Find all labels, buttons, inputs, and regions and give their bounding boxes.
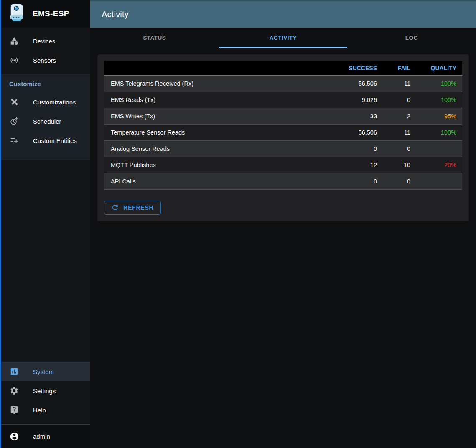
- sidebar-header: EMS-ESP: [0, 0, 90, 28]
- sidebar-item-sensors[interactable]: Sensors: [0, 51, 90, 70]
- column-header-quality: QUALITY: [416, 61, 462, 75]
- sidebar-section-bottom: Settings Help: [0, 381, 90, 424]
- row-name: EMS Telegrams Received (Rx): [104, 75, 337, 92]
- sidebar-item-label: Customizations: [33, 99, 76, 106]
- table-row: Analog Sensor Reads 0 0: [104, 140, 462, 157]
- column-header-fail: FAIL: [383, 61, 416, 75]
- row-quality: 100%: [416, 124, 462, 140]
- sidebar-section-user: admin: [0, 425, 90, 448]
- table-row: EMS Writes (Tx) 33 2 95%: [104, 108, 462, 124]
- tab-activity[interactable]: ACTIVITY: [219, 28, 348, 48]
- table-row: Temperature Sensor Reads 56.506 11 100%: [104, 124, 462, 140]
- username-label: admin: [33, 433, 50, 440]
- row-success: 9.026: [337, 92, 383, 108]
- sidebar-item-label: Sensors: [33, 57, 56, 64]
- sidebar-item-customizations[interactable]: Customizations: [0, 92, 90, 112]
- sidebar-item-label: System: [33, 368, 54, 375]
- sidebar-item-label: Settings: [33, 387, 56, 395]
- sidebar: EMS-ESP Devices Sensors Customize: [0, 0, 90, 448]
- sidebar-item-label: Scheduler: [33, 118, 61, 125]
- table-row: EMS Telegrams Received (Rx) 56.506 11 10…: [104, 75, 462, 92]
- playlist-add-icon: [9, 135, 19, 145]
- sidebar-section-main: Devices Sensors: [0, 28, 90, 74]
- sidebar-item-label: Custom Entities: [33, 137, 77, 144]
- row-quality: 100%: [416, 92, 462, 108]
- row-fail: 10: [383, 157, 416, 173]
- activity-table: SUCCESS FAIL QUALITY EMS Telegrams Recei…: [104, 61, 462, 190]
- sidebar-item-settings[interactable]: Settings: [0, 381, 90, 400]
- boiler-logo-icon: [8, 3, 26, 25]
- account-circle-icon: [9, 431, 19, 441]
- tab-bar: STATUS ACTIVITY LOG: [90, 28, 476, 48]
- construction-icon: [9, 97, 19, 107]
- gear-icon: [9, 386, 19, 396]
- page-title: Activity: [102, 10, 129, 19]
- customize-section-header: Customize: [0, 76, 90, 92]
- sidebar-section-customize: Customize Customizations Scheduler: [0, 74, 90, 160]
- activity-card: SUCCESS FAIL QUALITY EMS Telegrams Recei…: [97, 54, 469, 221]
- table-row: API Calls 0 0: [104, 173, 462, 189]
- column-header-name: [104, 61, 337, 75]
- sidebar-spacer: [0, 160, 90, 362]
- row-success: 56.506: [337, 124, 383, 140]
- row-fail: 0: [383, 140, 416, 157]
- refresh-icon: [111, 204, 119, 211]
- row-quality: 95%: [416, 108, 462, 124]
- column-header-success: SUCCESS: [337, 61, 383, 75]
- row-success: 56.506: [337, 75, 383, 92]
- row-name: Analog Sensor Reads: [104, 140, 337, 157]
- tab-status[interactable]: STATUS: [90, 28, 219, 48]
- sidebar-item-label: Devices: [33, 38, 55, 45]
- sensors-icon: [9, 55, 19, 65]
- main-area: Activity STATUS ACTIVITY LOG SUCCESS FAI…: [90, 0, 476, 448]
- row-success: 0: [337, 140, 383, 157]
- refresh-button[interactable]: REFRESH: [104, 201, 161, 215]
- row-name: EMS Writes (Tx): [104, 108, 337, 124]
- row-name: API Calls: [104, 173, 337, 189]
- row-name: Temperature Sensor Reads: [104, 124, 337, 140]
- row-success: 0: [337, 173, 383, 189]
- analytics-icon: [9, 367, 19, 377]
- sidebar-item-devices[interactable]: Devices: [0, 31, 90, 51]
- row-fail: 2: [383, 108, 416, 124]
- sidebar-item-custom-entities[interactable]: Custom Entities: [0, 131, 90, 150]
- row-success: 33: [337, 108, 383, 124]
- row-name: MQTT Publishes: [104, 157, 337, 173]
- row-success: 12: [337, 157, 383, 173]
- tab-log[interactable]: LOG: [347, 28, 476, 48]
- row-fail: 0: [383, 173, 416, 189]
- row-quality: 20%: [416, 157, 462, 173]
- content-area: SUCCESS FAIL QUALITY EMS Telegrams Recei…: [90, 48, 476, 448]
- refresh-button-label: REFRESH: [123, 204, 154, 211]
- sidebar-item-help[interactable]: Help: [0, 400, 90, 420]
- table-header-row: SUCCESS FAIL QUALITY: [104, 61, 462, 75]
- window-edge-accent: [0, 0, 1, 448]
- row-fail: 0: [383, 92, 416, 108]
- table-row: EMS Reads (Tx) 9.026 0 100%: [104, 92, 462, 108]
- app-bar: Activity: [90, 0, 476, 28]
- live-help-icon: [9, 405, 19, 415]
- row-quality: [416, 140, 462, 157]
- row-name: EMS Reads (Tx): [104, 92, 337, 108]
- more-time-icon: [9, 116, 19, 126]
- app-title: EMS-ESP: [33, 9, 69, 18]
- row-fail: 11: [383, 124, 416, 140]
- row-quality: [416, 173, 462, 189]
- sidebar-item-scheduler[interactable]: Scheduler: [0, 112, 90, 131]
- sidebar-item-system[interactable]: System: [0, 362, 90, 381]
- row-fail: 11: [383, 75, 416, 92]
- category-icon: [9, 36, 19, 46]
- sidebar-item-label: Help: [33, 407, 46, 414]
- sidebar-item-admin[interactable]: admin: [0, 427, 90, 446]
- table-row: MQTT Publishes 12 10 20%: [104, 157, 462, 173]
- row-quality: 100%: [416, 75, 462, 92]
